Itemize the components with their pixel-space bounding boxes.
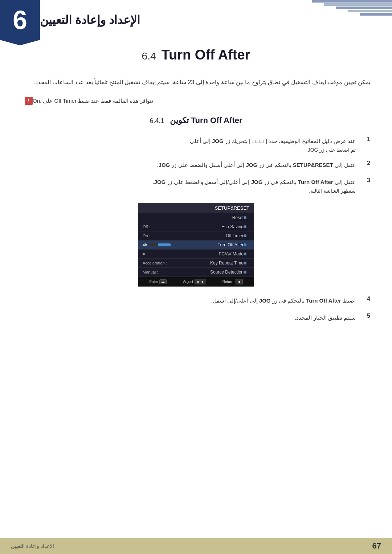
chapter-header-left (147, 0, 158, 40)
osd-slider-value: 4h (143, 243, 147, 247)
osd-slider-container: : 4h (143, 243, 173, 247)
subsection-number: 6.4.1 (150, 117, 164, 125)
subsection-title: تكوين Turn Off After (170, 116, 242, 125)
osd-title-bar: SETUP&RESET (138, 203, 254, 213)
step-text-5: سيتم تطبيق الخيار المحدد. (22, 313, 356, 323)
osd-bullet-source (244, 271, 246, 274)
osd-bullet-pcav (244, 253, 246, 255)
osd-adjust-label: Adjust (183, 280, 193, 284)
page-header: الإعداد وإعادة التعيين 6 (0, 0, 392, 40)
osd-footer: ◄ Return ◄► Adjust ▬ Enter (138, 277, 254, 286)
osd-value-eco: : Off (143, 225, 150, 229)
note-box: تتوافر هذه القائمة فقط عند ضبط Off Timer… (22, 97, 370, 105)
step-2: 2 انتقل إلى SETUP&RESET بالتحكم في زر JO… (22, 160, 370, 170)
osd-value-pcav: ▶ (143, 251, 146, 256)
osd-label-source: Source Detection (210, 270, 244, 275)
step-text-4: اضبط Turn Off After بالتحكم في زر JOG إل… (22, 296, 356, 305)
header-decoration (312, 0, 392, 16)
section-title: Turn Off After (162, 47, 250, 63)
osd-slider-fill (158, 243, 171, 246)
osd-item-eco: Eco Saving : Off (138, 222, 254, 231)
step-number-1: 1 (359, 136, 370, 143)
osd-bullet-turnoffafter (244, 243, 246, 246)
osd-slider-bar (149, 243, 171, 246)
main-content: 6.4 Turn Off After يمكن تعيين مؤقت ايقاف… (0, 40, 392, 352)
section-number: 6.4 (142, 50, 156, 62)
osd-item-offtimer: Off Timer : On (138, 231, 254, 241)
osd-return-btn: ◄ (235, 279, 243, 284)
step-text-3: انتقل إلى Turn Off After بالتحكم في زر J… (152, 177, 356, 187)
osd-footer-enter: ▬ Enter (149, 279, 167, 284)
step-number-4: 4 (359, 296, 370, 302)
subsection-title-container: 6.4.1 تكوين Turn Off After (22, 116, 370, 125)
step-4: 4 اضبط Turn Off After بالتحكم في زر JOG … (22, 296, 370, 305)
osd-menu-container: SETUP&RESET Reset Eco Saving : Off (22, 203, 370, 287)
osd-adjust-btn: ◄► (195, 279, 206, 284)
step-number-2: 2 (359, 160, 370, 167)
osd-colon: : (172, 243, 173, 247)
note-icon: ! (25, 97, 33, 105)
step-subtext-3: ستظهر الشاشة التالية. (152, 188, 356, 194)
note-text: تتوافر هذه القائمة فقط عند ضبط Off Timer… (33, 98, 153, 104)
osd-item-source: Source Detection : Manual (138, 268, 254, 277)
osd-item-reset: Reset (138, 213, 254, 222)
osd-label-keyrepeat: Key Repeat Time (210, 260, 244, 266)
step-1: 1 عند عرض دليل المفاتيح الوظيفية، حدد [ … (22, 136, 370, 153)
chapter-title-container: الإعداد وإعادة التعيين 6 (0, 0, 147, 40)
description-text: يمكن تعيين مؤقت ايقاف التشغيل في نطاق يت… (22, 77, 370, 88)
osd-bullet-offtimer (244, 234, 246, 237)
osd-value-offtimer: : On (143, 234, 150, 238)
footer-page-number: 67 (372, 541, 381, 551)
osd-value-keyrepeat: : Acceleration (143, 261, 167, 265)
osd-label-turnoffafter: Turn Off After (218, 242, 244, 247)
chapter-title: الإعداد وإعادة التعيين (40, 13, 147, 27)
osd-value-source: : Manual (143, 270, 158, 274)
section-title-container: 6.4 Turn Off After (22, 47, 370, 63)
osd-bullet-eco (244, 225, 246, 228)
osd-item-keyrepeat: Key Repeat Time : Acceleration (138, 259, 254, 268)
osd-label-pcav: PC/AV Mode (219, 251, 244, 257)
step-number-5: 5 (359, 313, 370, 319)
osd-enter-btn: ▬ (159, 279, 167, 284)
osd-item-pcav: PC/AV Mode ▶ (138, 250, 254, 259)
osd-bullet-keyrepeat (244, 262, 246, 264)
osd-item-turnoffafter: Turn Off After : 4h (138, 241, 254, 250)
osd-return-label: Return (222, 280, 233, 284)
step-number-3: 3 (359, 177, 370, 184)
osd-enter-label: Enter (149, 280, 158, 284)
chapter-number: 6 (0, 0, 40, 40)
osd-bullet (244, 216, 246, 219)
osd-menu: SETUP&RESET Reset Eco Saving : Off (138, 203, 254, 287)
osd-footer-adjust: ◄► Adjust (183, 279, 206, 284)
osd-label-offtimer: Off Timer (226, 233, 244, 238)
footer-chapter-title: الإعداد وإعادة التعيين (11, 543, 54, 549)
step-3: 3 انتقل إلى Turn Off After بالتحكم في زر… (22, 177, 370, 194)
page-footer: 67 الإعداد وإعادة التعيين (0, 538, 392, 554)
osd-footer-return: ◄ Return (222, 279, 243, 284)
step-text-2: انتقل إلى SETUP&RESET بالتحكم في زر JOG … (22, 160, 356, 170)
osd-label-eco: Eco Saving (221, 224, 244, 229)
steps-container: 1 عند عرض دليل المفاتيح الوظيفية، حدد [ … (22, 136, 370, 323)
osd-label-reset: Reset (232, 215, 244, 220)
step-5: 5 سيتم تطبيق الخيار المحدد. (22, 313, 370, 323)
step-subtext-1: ثم اضغط على زر JOG. (188, 147, 356, 153)
step-text-1: عند عرض دليل المفاتيح الوظيفية، حدد [ □□… (188, 136, 356, 146)
